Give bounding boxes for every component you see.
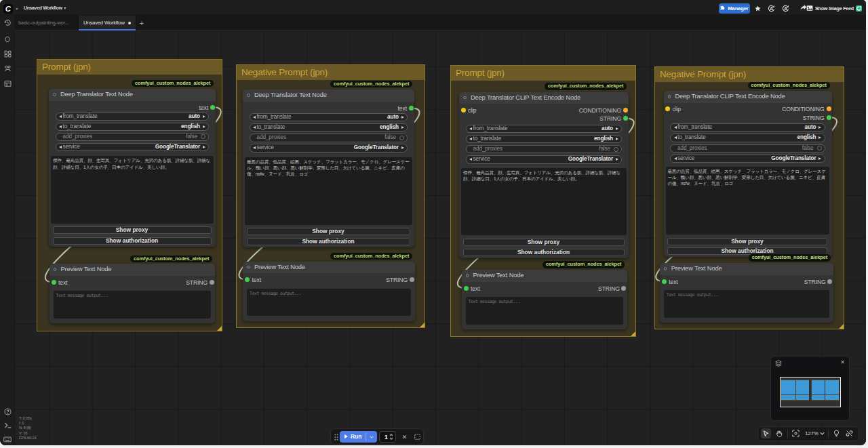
widget-service[interactable]: serviceGoogleTranslator (466, 155, 623, 163)
prompt-textarea[interactable]: 傑作、最高品質、顔、生写真、フォトリアル、光沢のある肌、詳細な肌、詳細な顔、詳細… (461, 168, 627, 236)
sidebar-gallery-icon[interactable] (3, 80, 12, 88)
deep-translator-clip-text-encode-node[interactable]: Deep Translator CLIP Text Encode Nodecli… (664, 91, 832, 257)
select-tool-button[interactable] (761, 428, 771, 439)
zoom-level[interactable]: 127% (805, 430, 818, 436)
preview-textarea[interactable]: Text message output... (466, 297, 623, 325)
slot-dot-icon[interactable] (623, 108, 628, 113)
widget-right-arrow-icon[interactable] (401, 126, 404, 129)
toolbar-drag-handle[interactable] (334, 434, 338, 440)
slot-dot-icon[interactable] (827, 279, 832, 284)
widget-add_proxies[interactable]: add_proxiesfalse (56, 133, 210, 141)
widget-left-arrow-icon[interactable] (253, 126, 256, 129)
preview-text-node[interactable]: Preview Text NodetextSTRINGText message … (660, 263, 833, 323)
widget-right-arrow-icon[interactable] (818, 157, 821, 160)
widget-from_translate[interactable]: from_translateauto (670, 123, 825, 131)
widget-right-arrow-icon[interactable] (401, 146, 404, 149)
widget-from_translate[interactable]: from_translateauto (466, 125, 623, 133)
interrupt-button[interactable]: ✕ (400, 432, 409, 441)
minimap-close-icon[interactable]: ✕ (840, 359, 845, 365)
sidebar-terminal-icon[interactable] (3, 422, 12, 430)
widget-right-arrow-icon[interactable] (203, 115, 205, 118)
show-authorization-button[interactable]: Show authorization (463, 249, 625, 256)
collapse-dot-icon[interactable] (53, 93, 56, 96)
slot-dot-icon[interactable] (52, 280, 56, 285)
slot-dot-icon[interactable] (623, 116, 628, 121)
show-image-feed-button[interactable]: Show Image Feed (806, 3, 862, 14)
preview-textarea[interactable]: Text message output... (247, 289, 411, 317)
batch-count-input[interactable]: 1 (379, 431, 396, 443)
sidebar-queue-icon[interactable] (3, 19, 12, 27)
sidebar-help-icon[interactable] (3, 408, 12, 416)
pan-tool-button[interactable] (774, 428, 784, 439)
prompt-textarea[interactable]: 最悪の品質、低品質、絵画、スケッチ、フラットカラー、モノクロ、グレースケール、醜… (666, 167, 830, 235)
widget-to_translate[interactable]: to_translateenglish (250, 123, 408, 131)
new-tab-button[interactable]: + (134, 16, 149, 30)
translate-a-icon[interactable]: A (768, 5, 775, 12)
batch-spinner[interactable] (389, 433, 393, 441)
translate-a2-icon[interactable]: A (782, 5, 789, 12)
comfyui-logo[interactable]: C (3, 4, 13, 14)
slot-dot-icon[interactable] (409, 106, 414, 110)
graph-canvas[interactable]: Prompt (jpn)comfyui_custom_nodes_alekpet… (15, 16, 866, 445)
widget-service[interactable]: serviceGoogleTranslator (250, 144, 408, 152)
slot-dot-icon[interactable] (662, 279, 667, 284)
widget-add_proxies[interactable]: add_proxiesfalse (670, 144, 825, 152)
deep-translator-clip-text-encode-node[interactable]: Deep Translator CLIP Text Encode Nodecli… (459, 92, 629, 258)
slot-dot-icon[interactable] (210, 280, 214, 285)
show-authorization-button[interactable]: Show authorization (247, 238, 410, 245)
widget-add_proxies[interactable]: add_proxiesfalse (466, 145, 623, 153)
widget-from_translate[interactable]: from_translateauto (56, 113, 210, 121)
prompt-textarea[interactable]: 最悪の品質、低品質、絵画、スケッチ、フラットカラー、モノクロ、グレースケール、醜… (245, 157, 412, 225)
widget-right-arrow-icon[interactable] (818, 136, 821, 139)
slot-dot-icon[interactable] (621, 286, 626, 291)
widget-add_proxies[interactable]: add_proxiesfalse (250, 134, 408, 142)
tab-basic-outpainting[interactable]: basic-outpainting-wor... (15, 16, 79, 30)
fit-view-button[interactable] (791, 428, 801, 439)
widget-service[interactable]: serviceGoogleTranslator (56, 143, 210, 151)
show-proxy-button[interactable]: Show proxy (247, 228, 410, 235)
slot-dot-icon[interactable] (827, 115, 831, 120)
widget-left-arrow-icon[interactable] (253, 146, 256, 149)
preview-textarea[interactable]: Text message output... (664, 290, 829, 318)
sidebar-node-library-icon[interactable] (3, 35, 12, 43)
sidebar-workflows-icon[interactable] (3, 64, 12, 73)
widget-right-arrow-icon[interactable] (203, 125, 205, 128)
widget-left-arrow-icon[interactable] (674, 126, 677, 129)
widget-left-arrow-icon[interactable] (59, 125, 62, 128)
widget-from_translate[interactable]: from_translateauto (250, 113, 408, 121)
widget-right-arrow-icon[interactable] (616, 127, 618, 130)
widget-left-arrow-icon[interactable] (469, 138, 472, 140)
collapse-dot-icon[interactable] (664, 267, 667, 270)
sidebar-model-library-icon[interactable] (3, 50, 12, 58)
widget-right-arrow-icon[interactable] (616, 158, 618, 161)
group-resize-handle[interactable] (217, 326, 222, 331)
preview-text-node[interactable]: Preview Text NodetextSTRINGText message … (243, 262, 415, 321)
show-proxy-button[interactable]: Show proxy (667, 238, 827, 245)
widget-left-arrow-icon[interactable] (253, 116, 256, 119)
zoom-chevron-icon[interactable] (820, 432, 825, 435)
collapse-dot-icon[interactable] (466, 274, 469, 277)
widget-left-arrow-icon[interactable] (59, 146, 62, 148)
widget-right-arrow-icon[interactable] (401, 116, 404, 119)
collapse-dot-icon[interactable] (54, 268, 57, 271)
toggle-links-button[interactable] (844, 428, 854, 439)
minimap-icon[interactable] (775, 360, 782, 367)
widget-to_translate[interactable]: to_translateenglish (670, 134, 825, 142)
preview-textarea[interactable]: Text message output... (54, 291, 212, 319)
widget-service[interactable]: serviceGoogleTranslator (670, 155, 825, 163)
prompt-textarea[interactable]: 傑作、最高品質、顔、生写真、フォトリアル、光沢のある肌、詳細な肌、詳細な顔、詳細… (51, 156, 214, 224)
widget-left-arrow-icon[interactable] (469, 158, 472, 161)
preview-text-node[interactable]: Preview Text NodetextSTRINGText message … (462, 270, 627, 329)
toggle-theme-button[interactable] (831, 428, 842, 439)
slot-dot-icon[interactable] (464, 286, 469, 291)
logo-caret-icon[interactable]: ▼ (16, 7, 19, 11)
collapse-dot-icon[interactable] (247, 94, 250, 97)
collapse-dot-icon[interactable] (463, 96, 467, 100)
group-resize-handle[interactable] (631, 331, 635, 336)
widget-to_translate[interactable]: to_translateenglish (56, 123, 210, 131)
widget-right-arrow-icon[interactable] (203, 146, 205, 148)
show-proxy-button[interactable]: Show proxy (463, 239, 625, 246)
slot-dot-icon[interactable] (827, 106, 831, 111)
show-authorization-button[interactable]: Show authorization (53, 237, 212, 245)
sidebar-keybinding-icon[interactable] (3, 435, 12, 443)
